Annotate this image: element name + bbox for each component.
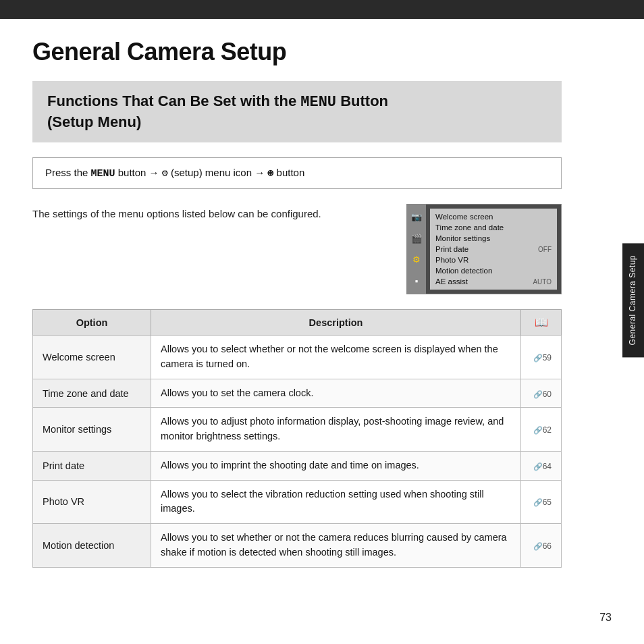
td-desc-1: Allows you to set the camera clock. (151, 379, 521, 408)
section-header: Functions That Can Be Set with the MENU … (32, 81, 562, 142)
camera-icon-setup: ⚙ (412, 254, 421, 265)
sidebar-label: General Camera Setup (622, 243, 644, 357)
table-row: Print dateAllows you to imprint the shoo… (33, 451, 562, 480)
table-row: Photo VRAllows you to select the vibrati… (33, 480, 562, 524)
td-option-5: Motion detection (33, 524, 151, 568)
td-ref-1: 🔗60 (521, 379, 562, 408)
td-ref-0: 🔗59 (521, 336, 562, 379)
camera-menu-icons: 📷 🎬 ⚙ ▪ (407, 205, 426, 294)
th-description: Description (151, 310, 521, 336)
camera-menu-item-photovr: Photo VR (430, 254, 557, 265)
td-desc-5: Allows you to set whether or not the cam… (151, 524, 521, 568)
camera-menu-item-monitor: Monitor settings (430, 233, 557, 244)
td-desc-0: Allows you to select whether or not the … (151, 336, 521, 379)
instruction-box: Press the MENU button → ⚙ (setup) menu i… (32, 157, 562, 189)
instruction-suffix: button (273, 167, 304, 178)
td-desc-2: Allows you to adjust photo information d… (151, 408, 521, 452)
instruction-setup-text: (setup) menu icon → (168, 167, 268, 178)
body-section: The settings of the menu options listed … (32, 204, 562, 294)
camera-icon-film: 🎬 (411, 234, 422, 244)
camera-icon-photo: 📷 (411, 212, 422, 222)
th-ref: 📖 (521, 310, 562, 336)
page-title: General Camera Setup (32, 38, 562, 66)
td-ref-2: 🔗62 (521, 408, 562, 452)
camera-menu-list: Welcome screen Time zone and date Monito… (430, 209, 557, 290)
td-desc-3: Allows you to imprint the shooting date … (151, 451, 521, 480)
td-option-0: Welcome screen (33, 336, 151, 379)
instruction-middle: button → (115, 167, 162, 178)
camera-menu-item-motion: Motion detection (430, 265, 557, 276)
menu-word: MENU (300, 94, 336, 111)
options-table: Option Description 📖 Welcome screenAllow… (32, 309, 562, 568)
instruction-setup-icon: ⚙ (162, 168, 168, 180)
table-row: Time zone and dateAllows you to set the … (33, 379, 562, 408)
table-row: Welcome screenAllows you to select wheth… (33, 336, 562, 379)
td-option-4: Photo VR (33, 480, 151, 524)
camera-menu-item-printdate: Print date OFF (430, 244, 557, 254)
instruction-prefix: Press the (45, 167, 91, 178)
th-option: Option (33, 310, 151, 336)
page-number: 73 (599, 612, 612, 624)
td-ref-3: 🔗64 (521, 451, 562, 480)
camera-menu-screenshot: 📷 🎬 ⚙ ▪ Welcome screen Time zone and dat… (406, 204, 562, 294)
section-header-prefix: Functions That Can Be Set with the (47, 92, 300, 109)
td-option-2: Monitor settings (33, 408, 151, 452)
instruction-menu-word: MENU (91, 168, 115, 180)
body-text: The settings of the menu options listed … (32, 204, 386, 222)
table-row: Monitor settingsAllows you to adjust pho… (33, 408, 562, 452)
camera-icon-retouch: ▪ (415, 276, 419, 286)
camera-menu-item-aeassist: AE assist AUTO (430, 276, 557, 287)
main-content: General Camera Setup Functions That Can … (0, 19, 594, 595)
camera-menu-item-welcome: Welcome screen (430, 211, 557, 222)
td-option-3: Print date (33, 451, 151, 480)
td-option-1: Time zone and date (33, 379, 151, 408)
td-ref-4: 🔗65 (521, 480, 562, 524)
td-desc-4: Allows you to select the vibration reduc… (151, 480, 521, 524)
top-bar (0, 0, 644, 19)
section-header-text: Functions That Can Be Set with the MENU … (47, 92, 547, 132)
table-row: Motion detectionAllows you to set whethe… (33, 524, 562, 568)
camera-menu-item-timezone: Time zone and date (430, 222, 557, 233)
td-ref-5: 🔗66 (521, 524, 562, 568)
